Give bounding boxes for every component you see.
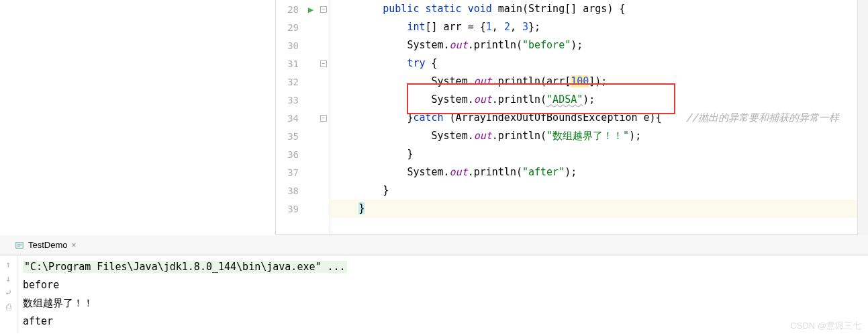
highlighted-number: 100: [571, 75, 589, 87]
code-text: );: [565, 166, 577, 178]
fold-toggle-icon[interactable]: −: [320, 60, 327, 67]
code-text: }: [358, 202, 365, 214]
gutter: 28▶− 29 30 31− 32 33 34− 35 36 37 38 39: [276, 0, 330, 235]
run-gutter-icon[interactable]: ▶: [304, 4, 318, 15]
code-text: System.: [407, 39, 449, 51]
output-line: after: [23, 312, 347, 331]
code-text: (String[] args) {: [522, 3, 626, 15]
code-text: );: [629, 130, 641, 142]
run-tabbar: TestDemo ×: [0, 235, 868, 255]
keyword: try: [407, 57, 425, 69]
line-number: 29: [276, 22, 304, 33]
code-content[interactable]: public static void main(String[] args) {…: [330, 0, 868, 235]
fold-toggle-icon[interactable]: −: [320, 115, 327, 122]
code-text: System.: [432, 75, 474, 87]
down-arrow-icon[interactable]: ↓: [6, 274, 11, 284]
console-output[interactable]: "C:\Program Files\Java\jdk1.8.0_144\bin\…: [17, 255, 352, 333]
line-number: 28: [276, 4, 304, 15]
up-arrow-icon[interactable]: ↑: [6, 259, 11, 269]
number-literal: 1: [486, 21, 492, 33]
code-text: System.: [432, 93, 474, 106]
run-tab[interactable]: TestDemo ×: [9, 237, 82, 253]
string-literal: "before": [522, 39, 571, 51]
code-text: ]);: [589, 75, 607, 87]
keyword: catch: [413, 112, 443, 124]
line-number: 38: [276, 185, 304, 196]
output-line: before: [23, 276, 347, 294]
code-text: System.: [432, 130, 474, 142]
code-text: .println(: [492, 93, 546, 106]
line-number: 34: [276, 113, 304, 124]
line-number: 30: [276, 40, 304, 51]
vertical-scrollbar[interactable]: [857, 0, 868, 235]
code-text: [] arr = {: [425, 21, 485, 33]
run-config-icon: [15, 241, 24, 250]
code-text: {: [425, 57, 437, 69]
console-panel: ↑ ↓ ⤶ ⎙ "C:\Program Files\Java\jdk1.8.0_…: [0, 255, 868, 333]
string-literal: "after": [522, 166, 565, 178]
code-text: }: [383, 184, 389, 196]
line-number: 36: [276, 149, 304, 160]
string-literal: "数组越界了！！": [546, 130, 629, 142]
line-number: 33: [276, 95, 304, 106]
code-text: );: [571, 39, 583, 51]
code-text: .println(: [468, 39, 522, 51]
line-number: 32: [276, 77, 304, 87]
number-literal: 3: [522, 21, 528, 33]
fold-toggle-icon[interactable]: −: [320, 6, 327, 13]
line-number: 31: [276, 58, 304, 69]
comment: //抛出的异常要和捕获的异常一样: [686, 112, 839, 124]
string-literal: "ADSA": [546, 93, 583, 106]
code-text: System.: [407, 166, 449, 178]
field-ref: out: [474, 130, 492, 142]
line-number: 35: [276, 131, 304, 142]
close-icon[interactable]: ×: [72, 241, 77, 250]
console-toolbar: ↑ ↓ ⤶ ⎙: [0, 255, 17, 333]
code-text: };: [528, 21, 540, 33]
output-line: 数组越界了！！: [23, 294, 347, 312]
field-ref: out: [450, 39, 468, 51]
line-number: 37: [276, 167, 304, 178]
line-number: 39: [276, 204, 304, 214]
code-text: .println(: [492, 130, 546, 142]
watermark: CSDN @意愿三七: [790, 320, 861, 332]
code-editor[interactable]: 28▶− 29 30 31− 32 33 34− 35 36 37 38 39 …: [275, 0, 868, 235]
code-text: .println(: [468, 166, 522, 178]
code-text: }: [407, 148, 413, 160]
field-ref: out: [474, 75, 492, 87]
method-name: main: [498, 3, 522, 15]
number-literal: 2: [504, 21, 510, 33]
keyword: public: [383, 3, 419, 15]
command-line: "C:\Program Files\Java\jdk1.8.0_144\bin\…: [23, 261, 347, 273]
field-ref: out: [474, 93, 492, 106]
wrap-icon[interactable]: ⤶: [5, 288, 12, 298]
keyword: static: [425, 3, 461, 15]
keyword: void: [468, 3, 492, 15]
code-text: .println(arr[: [492, 75, 571, 87]
run-tab-label: TestDemo: [28, 240, 68, 250]
print-icon[interactable]: ⎙: [6, 302, 11, 312]
code-text: );: [583, 93, 595, 106]
code-text: (ArrayIndexOutOfBoundsException e){: [444, 112, 662, 124]
keyword: int: [407, 21, 425, 33]
field-ref: out: [450, 166, 468, 178]
